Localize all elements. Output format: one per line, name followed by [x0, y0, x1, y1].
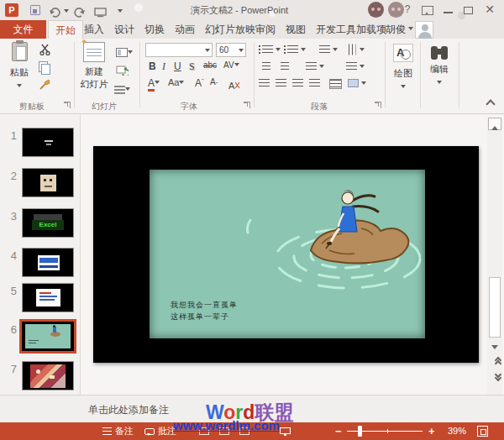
- slides-group-label: 幻灯片: [81, 101, 128, 113]
- undo-button[interactable]: [47, 3, 62, 18]
- new-slide-label-2: 幻灯片: [77, 78, 111, 91]
- text-shadow-button[interactable]: S: [189, 60, 195, 73]
- change-case-button[interactable]: Aa: [168, 77, 184, 87]
- tab-review[interactable]: 审阅: [249, 20, 282, 39]
- distribute-icon[interactable]: [329, 79, 342, 89]
- tab-animations[interactable]: 动画: [168, 20, 202, 39]
- tab-file[interactable]: 文件: [0, 20, 46, 39]
- thumbnail-image: [22, 168, 74, 197]
- ribbon-home: 粘贴 剪贴板 新建 幻灯片: [0, 39, 504, 114]
- zoom-out-button[interactable]: −: [335, 422, 342, 440]
- cut-button[interactable]: [39, 44, 51, 59]
- format-painter-button[interactable]: [39, 79, 51, 94]
- comments-toggle-button[interactable]: 批注: [144, 422, 176, 440]
- drawing-button[interactable]: 绘图: [388, 44, 418, 95]
- columns-dropdown-icon[interactable]: [319, 65, 324, 71]
- columns-icon[interactable]: [306, 62, 317, 71]
- drawing-icon: [393, 44, 413, 62]
- text-direction-icon[interactable]: [348, 45, 356, 55]
- align-text-dropdown-icon[interactable]: [360, 65, 365, 71]
- align-text-icon[interactable]: [346, 62, 357, 71]
- notes-toggle-button[interactable]: 备注: [102, 422, 134, 440]
- slide-caption-line2: 这样孤单一辈子: [171, 312, 229, 322]
- paragraph-dialog-launcher[interactable]: [375, 102, 381, 108]
- numbering-icon[interactable]: [287, 45, 298, 54]
- new-slide-button[interactable]: 新建 幻灯片: [77, 42, 111, 91]
- save-icon[interactable]: [30, 5, 40, 15]
- tab-insert[interactable]: 插入: [77, 20, 111, 39]
- maximize-button[interactable]: [459, 2, 477, 18]
- grow-font-button[interactable]: Aˆ: [195, 77, 204, 89]
- font-name-combo[interactable]: [145, 43, 213, 57]
- notes-pane[interactable]: 单击此处添加备注: [0, 395, 504, 422]
- next-slide-button[interactable]: [488, 372, 501, 385]
- slide-layout-button[interactable]: [116, 45, 133, 60]
- underline-button[interactable]: U: [174, 60, 181, 72]
- scroll-up-button[interactable]: [488, 118, 501, 130]
- help-button[interactable]: ?: [398, 2, 417, 18]
- slide-picture[interactable]: 我想我会一直孤单 这样孤单一辈子: [150, 170, 425, 338]
- italic-button[interactable]: I: [162, 60, 165, 73]
- powerpoint-window: P 演示文稿2 - PowerPoint ? ✕ 文件 开始 插入 设计 切换 …: [0, 0, 504, 440]
- line-spacing-icon[interactable]: [319, 45, 330, 54]
- close-button[interactable]: ✕: [480, 2, 499, 18]
- user-avatar[interactable]: [415, 21, 433, 39]
- bullets-dropdown-icon[interactable]: [276, 48, 281, 54]
- spacing-dropdown-icon: [234, 63, 239, 69]
- numbering-dropdown-icon[interactable]: [301, 48, 306, 54]
- thumbnail-image: [19, 319, 76, 354]
- line-spacing-dropdown-icon[interactable]: [333, 48, 338, 54]
- scroll-down-button[interactable]: [488, 341, 501, 354]
- bullets-icon[interactable]: [262, 45, 273, 54]
- slideshow-view-button[interactable]: [280, 427, 291, 434]
- slide-canvas[interactable]: 我想我会一直孤单 这样孤单一辈子: [93, 146, 479, 363]
- slide-caption-line1: 我想我会一直孤单: [171, 300, 238, 311]
- align-right-icon[interactable]: [292, 79, 303, 87]
- clear-formatting-button[interactable]: A: [228, 79, 240, 94]
- tab-transitions[interactable]: 切换: [138, 20, 171, 39]
- zoom-in-button[interactable]: +: [428, 422, 435, 440]
- align-center-icon[interactable]: [276, 79, 286, 87]
- text-direction-dropdown-icon[interactable]: [360, 48, 365, 54]
- powerpoint-app-icon[interactable]: P: [5, 3, 18, 17]
- reset-slide-button[interactable]: [116, 64, 129, 79]
- font-dialog-launcher[interactable]: [244, 102, 250, 108]
- editing-button[interactable]: 编辑: [423, 44, 455, 91]
- layout-dropdown-icon: [128, 50, 133, 56]
- section-button[interactable]: [114, 82, 130, 97]
- paste-button[interactable]: 粘贴: [5, 42, 34, 94]
- increase-indent-icon[interactable]: [281, 62, 289, 71]
- ribbon-display-options-button[interactable]: [418, 2, 437, 18]
- fit-slide-to-window-button[interactable]: [477, 426, 488, 437]
- copy-button[interactable]: [39, 61, 45, 76]
- notes-placeholder[interactable]: 单击此处添加备注: [88, 403, 169, 417]
- slide-editing-area[interactable]: 我想我会一直孤单 这样孤单一辈子: [81, 115, 486, 395]
- zoom-level[interactable]: 39%: [448, 422, 466, 440]
- shrink-font-button[interactable]: Aˇ: [210, 77, 218, 88]
- user-account[interactable]: 胡俊: [386, 20, 413, 39]
- previous-slide-button[interactable]: [488, 358, 501, 370]
- vertical-scrollbar[interactable]: [487, 118, 502, 395]
- font-color-button[interactable]: A: [148, 77, 160, 89]
- slide-number: 3: [5, 210, 17, 223]
- decrease-indent-icon[interactable]: [262, 62, 270, 71]
- zoom-slider-thumb[interactable]: [358, 426, 362, 437]
- tab-view[interactable]: 视图: [279, 20, 312, 39]
- scrollbar-thumb[interactable]: [489, 277, 501, 338]
- smartart-dropdown-icon[interactable]: [361, 81, 366, 87]
- strikethrough-button[interactable]: abc: [203, 60, 217, 70]
- justify-icon[interactable]: [309, 79, 320, 87]
- reading-view-button[interactable]: [239, 427, 249, 435]
- font-size-combo[interactable]: 60: [216, 43, 246, 57]
- clipboard-dialog-launcher[interactable]: [64, 102, 71, 108]
- smartart-icon[interactable]: [348, 79, 359, 87]
- character-spacing-button[interactable]: AV: [223, 60, 239, 70]
- normal-view-button[interactable]: [199, 427, 209, 435]
- collapse-ribbon-button[interactable]: [486, 99, 496, 106]
- bold-button[interactable]: B: [149, 60, 156, 72]
- slide-number: 5: [5, 285, 17, 297]
- tab-design[interactable]: 设计: [108, 20, 141, 39]
- align-left-icon[interactable]: [259, 79, 270, 87]
- slide-sorter-view-button[interactable]: [219, 427, 229, 435]
- minimize-button[interactable]: [438, 2, 457, 18]
